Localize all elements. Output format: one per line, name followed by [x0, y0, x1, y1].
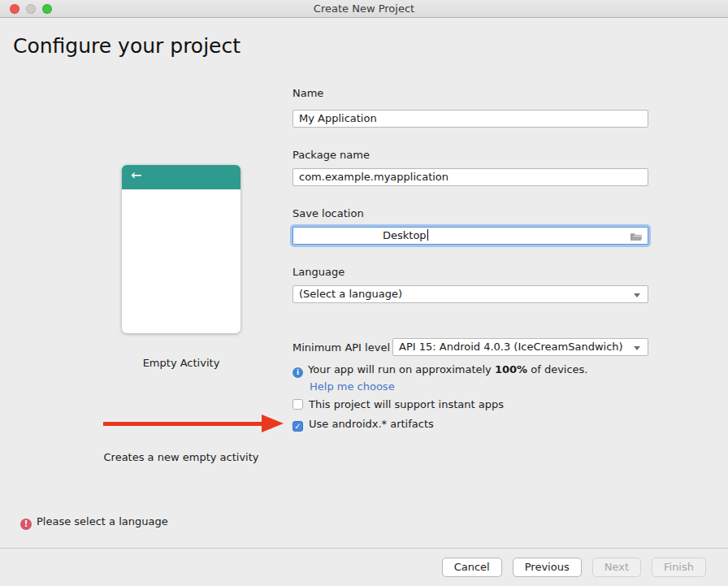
save-location-label: Save location — [292, 207, 364, 219]
androidx-checkbox-label: Use androidx.* artifacts — [309, 418, 434, 430]
validation-message-row: !Please select a language — [20, 515, 168, 530]
activity-title: Empty Activity — [122, 357, 240, 369]
instant-apps-checkbox-row[interactable]: This project will support instant apps — [292, 398, 504, 410]
activity-preview-appbar: ← — [122, 165, 240, 189]
language-label: Language — [292, 266, 344, 278]
window-title: Create New Project — [0, 2, 728, 15]
api-note-percent: 100% — [495, 363, 527, 375]
androidx-checkbox-row[interactable]: ✓Use androidx.* artifacts — [292, 418, 434, 432]
name-label: Name — [292, 87, 323, 99]
footer-divider — [0, 548, 728, 549]
chevron-down-icon — [634, 346, 640, 350]
activity-description: Creates a new empty activity — [88, 451, 275, 463]
title-bar: Create New Project — [0, 0, 728, 18]
text-caret — [427, 229, 428, 241]
api-level-note: iYour app will run on approximately 100%… — [292, 363, 588, 378]
error-icon: ! — [20, 519, 32, 530]
activity-preview-card: ← — [122, 165, 240, 333]
package-name-label: Package name — [292, 149, 370, 161]
previous-button[interactable]: Previous — [513, 558, 582, 577]
api-note-text-prefix: Your app will run on approximately — [308, 363, 495, 375]
save-location-input[interactable]: Desktop — [292, 227, 648, 245]
language-selected-value: (Select a language) — [299, 288, 402, 300]
create-new-project-window: Create New Project Configure your projec… — [0, 0, 728, 586]
chevron-down-icon — [634, 293, 640, 297]
validation-message: Please select a language — [37, 515, 168, 527]
finish-button: Finish — [652, 558, 706, 577]
open-folder-icon[interactable] — [630, 231, 643, 245]
instant-apps-checkbox[interactable] — [292, 399, 303, 410]
min-api-label: Minimum API level — [292, 341, 390, 354]
instant-apps-checkbox-label: This project will support instant apps — [309, 398, 504, 410]
help-me-choose-link[interactable]: Help me choose — [310, 380, 395, 393]
page-title: Configure your project — [13, 34, 240, 59]
api-note-text-suffix: of devices. — [527, 363, 587, 375]
back-arrow-icon: ← — [131, 167, 141, 183]
red-arrow-head-icon — [262, 415, 284, 432]
save-location-value: Desktop — [299, 228, 427, 244]
name-input[interactable]: My Application — [292, 110, 648, 128]
androidx-checkbox[interactable]: ✓ — [292, 421, 303, 432]
info-icon: i — [292, 367, 303, 378]
footer-button-bar: Cancel Previous Next Finish — [442, 558, 706, 577]
min-api-select[interactable]: API 15: Android 4.0.3 (IceCreamSandwich) — [392, 338, 648, 356]
language-select[interactable]: (Select a language) — [292, 285, 648, 303]
next-button: Next — [592, 558, 641, 577]
package-name-input[interactable]: com.example.myapplication — [292, 168, 648, 186]
min-api-selected-value: API 15: Android 4.0.3 (IceCreamSandwich) — [399, 341, 623, 353]
red-arrow-annotation — [103, 422, 262, 426]
cancel-button[interactable]: Cancel — [442, 558, 502, 577]
